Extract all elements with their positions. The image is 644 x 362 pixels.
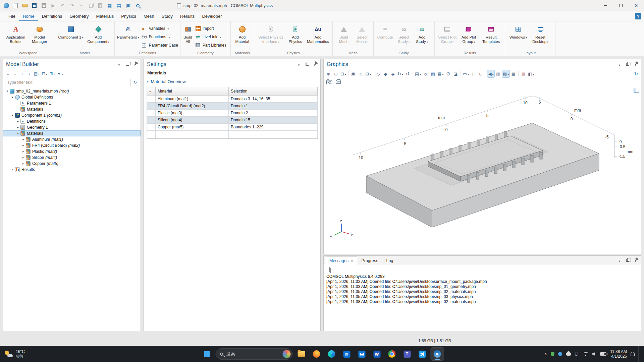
scene-light-icon[interactable]: ☼ bbox=[422, 70, 429, 77]
material-overview-section[interactable]: ▾ Material Overview bbox=[144, 77, 320, 86]
graphics-canvas[interactable]: 10 5 0 -5 -10 mm 5 0 -5 mm 0 -0.5 mm -1.… bbox=[324, 86, 641, 254]
print-icon[interactable] bbox=[335, 78, 342, 86]
table-row[interactable]: Aluminum (mat1)Domains 3–14, 16–35 bbox=[147, 96, 318, 103]
expander-icon[interactable] bbox=[5, 89, 9, 93]
select-mesh-button[interactable]: Select Mesh bbox=[353, 22, 371, 44]
expander-icon[interactable] bbox=[10, 114, 15, 117]
wifi-icon[interactable] bbox=[583, 352, 588, 356]
pin-panel-icon[interactable] bbox=[633, 62, 638, 67]
show-model-builder-button[interactable]: ▦ bbox=[105, 1, 114, 10]
table-row[interactable]: Silicon (mat4)Domain 15 bbox=[147, 117, 318, 124]
taskbar-mail[interactable] bbox=[356, 348, 368, 360]
expander-icon[interactable] bbox=[16, 120, 20, 123]
volume-icon[interactable] bbox=[592, 352, 596, 356]
notification-bell-icon[interactable] bbox=[631, 352, 635, 356]
tree-filter-button[interactable]: ▼ bbox=[56, 70, 64, 77]
component1-button[interactable]: Component 1 bbox=[57, 22, 84, 40]
tab-progress[interactable]: Progress bbox=[357, 257, 382, 265]
column-material[interactable]: Material bbox=[156, 87, 229, 96]
tree-item-results[interactable]: Results bbox=[3, 167, 141, 173]
onedrive-icon[interactable] bbox=[566, 353, 571, 356]
go-back-button[interactable]: ← bbox=[5, 70, 11, 77]
add-study-button[interactable]: ∞ Add Study bbox=[414, 22, 430, 44]
tree-item-materials-global[interactable]: Materials bbox=[3, 106, 141, 112]
taskbar-comsol[interactable] bbox=[431, 348, 444, 360]
reset-desktop-button[interactable]: Reset Desktop bbox=[530, 22, 551, 44]
parameter-case-button[interactable]: Parameter Case bbox=[140, 42, 179, 49]
transparency-icon[interactable]: ▨ bbox=[429, 70, 436, 77]
select-physics-button[interactable]: Select Physics Interface bbox=[257, 22, 285, 44]
tree-item-component-1[interactable]: Component 1(comp1) bbox=[3, 112, 141, 118]
taskbar-word[interactable]: W bbox=[371, 348, 383, 360]
tree-item-materials[interactable]: Materials bbox=[3, 130, 141, 136]
tree-item-copper[interactable]: Copper(mat5) bbox=[3, 161, 141, 167]
move-up-button[interactable]: ↑ bbox=[19, 70, 25, 77]
add-physics-button[interactable]: Add Physics bbox=[285, 22, 305, 44]
tree-item-plastic[interactable]: Plastic(mat3) bbox=[3, 148, 141, 155]
save-button[interactable] bbox=[30, 1, 39, 10]
start-button[interactable] bbox=[201, 348, 213, 360]
zoom-extents-icon[interactable]: ▣ bbox=[350, 70, 357, 77]
float-panel-icon[interactable] bbox=[625, 62, 630, 67]
run-button[interactable]: ▶ bbox=[49, 1, 57, 10]
plot-panel-toggle-icon[interactable] bbox=[634, 88, 639, 93]
save-as-button[interactable] bbox=[40, 1, 48, 10]
taskbar-edge[interactable] bbox=[325, 348, 338, 360]
menu-file[interactable]: File bbox=[5, 11, 19, 21]
tree-item-definitions[interactable]: ≡Definitions bbox=[3, 118, 141, 124]
result-templates-button[interactable]: Result Templates bbox=[480, 22, 502, 44]
battery-icon[interactable] bbox=[600, 352, 606, 356]
show-options-button[interactable]: ▤ bbox=[33, 70, 41, 77]
app-builder-button[interactable]: A Application Builder bbox=[4, 22, 28, 44]
float-panel-icon[interactable] bbox=[625, 258, 630, 263]
clip-plane-icon[interactable]: ◪ bbox=[452, 70, 459, 77]
expander-icon[interactable] bbox=[10, 168, 15, 171]
maximize-button[interactable] bbox=[613, 0, 629, 11]
select-mode-icon[interactable]: ▭ bbox=[462, 70, 470, 77]
expander-icon[interactable] bbox=[10, 96, 15, 99]
pin-panel-icon[interactable] bbox=[633, 258, 638, 263]
view-orientation-icon[interactable]: ⊞ bbox=[365, 70, 372, 77]
menu-physics[interactable]: Physics bbox=[117, 11, 140, 21]
float-panel-icon[interactable] bbox=[125, 62, 129, 67]
import-button[interactable]: Import bbox=[194, 25, 228, 32]
model-manager-button[interactable]: Model Manager bbox=[29, 22, 51, 44]
expander-icon[interactable] bbox=[21, 138, 25, 141]
move-down-button[interactable]: ↓ bbox=[26, 70, 33, 77]
windows-button[interactable]: Windows bbox=[507, 22, 529, 40]
refresh-plot-icon[interactable]: ↻ bbox=[633, 70, 640, 77]
view-top-icon[interactable]: ▧ bbox=[502, 70, 509, 77]
tree-filter-input[interactable] bbox=[5, 79, 130, 86]
pin-panel-icon[interactable] bbox=[313, 62, 317, 67]
menu-results[interactable]: Results bbox=[176, 11, 198, 21]
tab-messages[interactable]: Messages× bbox=[325, 256, 357, 265]
taskbar-file-explorer[interactable] bbox=[295, 348, 308, 360]
taskbar-vscode[interactable] bbox=[416, 348, 429, 360]
zoom-in-icon[interactable]: ⊕ bbox=[325, 70, 332, 77]
show-graphics-button[interactable]: ▣ bbox=[124, 1, 132, 10]
zoom-box-icon[interactable]: ⊡ bbox=[340, 70, 347, 77]
tree-item-parameters-1[interactable]: PiParameters 1 bbox=[3, 100, 141, 106]
go-to-xy-view-icon[interactable]: ◇ bbox=[375, 70, 382, 77]
redo-button[interactable]: ↷ bbox=[68, 1, 76, 10]
build-mesh-button[interactable]: Build Mesh bbox=[335, 22, 353, 44]
compute-button[interactable]: = Compute bbox=[376, 22, 394, 40]
tree-item-silicon[interactable]: Silicon(mat4) bbox=[3, 155, 141, 161]
select-plot-group-button[interactable]: Select Plot Group bbox=[437, 22, 458, 44]
help-button[interactable]: ? bbox=[635, 13, 641, 19]
go-to-yz-view-icon[interactable]: ◆ bbox=[382, 70, 389, 77]
zoom-out-icon[interactable]: ⊖ bbox=[332, 70, 339, 77]
section-collapse-icon[interactable]: ▾ bbox=[147, 80, 149, 83]
menu-definitions[interactable]: Definitions bbox=[38, 11, 66, 21]
cut-button[interactable]: ✂ bbox=[77, 1, 86, 10]
zoom-extents-button[interactable] bbox=[133, 1, 142, 10]
copy-log-icon[interactable] bbox=[329, 267, 330, 272]
tray-app-icon[interactable] bbox=[558, 352, 562, 356]
undo-button[interactable]: ↶ bbox=[58, 1, 67, 10]
select-study-button[interactable]: ∞ Select Study bbox=[395, 22, 413, 44]
taskbar-teams[interactable]: T bbox=[401, 348, 414, 360]
show-desktop-button[interactable] bbox=[638, 346, 641, 362]
ime-pinyin-indicator[interactable]: 拼 bbox=[575, 351, 579, 357]
open-file-button[interactable] bbox=[21, 1, 29, 10]
tray-shield-icon[interactable] bbox=[551, 352, 554, 356]
